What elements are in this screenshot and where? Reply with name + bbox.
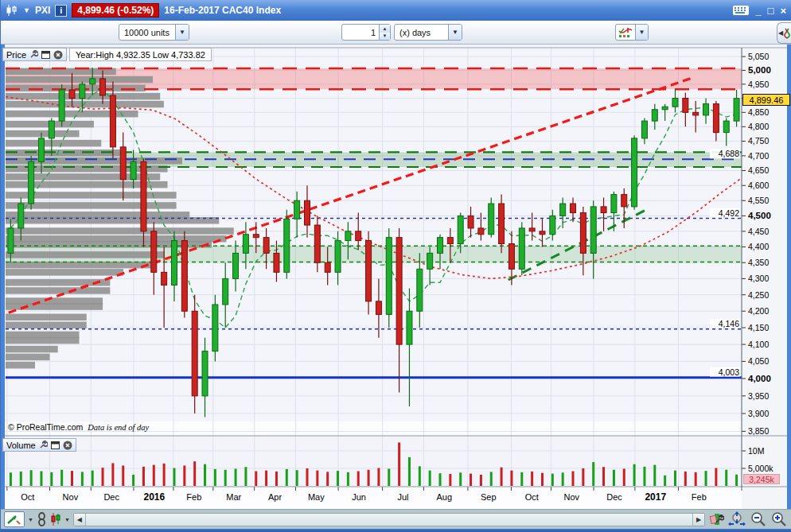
svg-text:2017: 2017 [645,491,666,503]
svg-text:2016: 2016 [143,491,165,503]
svg-text:4,800: 4,800 [748,122,769,131]
svg-text:4,200: 4,200 [748,306,769,316]
svg-text:4,650: 4,650 [748,165,769,175]
svg-text:Oct: Oct [525,492,539,502]
drawing-tools-button[interactable] [4,511,25,527]
svg-text:4,450: 4,450 [748,227,769,236]
svg-text:4,750: 4,750 [748,136,769,146]
svg-text:3,900: 3,900 [748,409,769,418]
svg-text:3,850: 3,850 [748,426,769,436]
symbol-dropdown-caret[interactable]: ▼ [23,6,30,14]
drawing-tools-caret[interactable]: ▼ [28,517,33,522]
window-title: 16-Feb-2017 CAC40 Index [164,5,281,16]
svg-text:4,100: 4,100 [748,340,769,349]
close-pane-icon[interactable] [53,50,63,60]
spinner-up-icon[interactable]: ▲ [380,25,390,33]
bottom-toolbar: ▼ ▼ ◀ ▶ [1,509,791,529]
svg-text:Feb: Feb [186,492,201,502]
year-range-info: Year:High 4,932.35 Low 4,733.82 [69,48,212,61]
level-label: 4,688 [719,149,739,158]
scroll-right-icon[interactable]: ▶ [692,514,704,526]
maximize-button[interactable]: □ [768,5,774,17]
svg-text:Apr: Apr [268,492,282,502]
svg-text:Dec: Dec [103,492,119,502]
svg-text:Sep: Sep [481,492,497,502]
window-icon[interactable] [41,51,50,59]
svg-text:3,950: 3,950 [748,391,769,401]
level-label: 4,003 [719,367,739,377]
chart-area: 4,6884,4924,1464,0033,8503,9003,9504,000… [1,45,791,509]
svg-text:Nov: Nov [564,492,580,502]
close-button[interactable]: × [780,5,786,17]
keyboard-icon[interactable] [733,6,749,15]
zoom-out-icon[interactable] [750,511,767,527]
svg-text:4,000: 4,000 [748,374,771,383]
svg-text:5,000: 5,000 [748,65,771,75]
spinner-down-icon[interactable]: ▼ [380,33,390,41]
price-chart-canvas[interactable]: 4,6884,4924,1464,0033,8503,9003,9504,000… [1,45,791,509]
chart-type-button[interactable]: ▼ [615,24,649,41]
timeframe-dropdown-caret[interactable]: ▼ [448,25,462,40]
svg-text:4,250: 4,250 [748,290,769,300]
interval-spinner[interactable]: 1 ▲▼ [341,24,391,41]
zoom-in-icon[interactable] [770,511,788,527]
scroll-left-icon[interactable]: ◀ [74,514,86,526]
svg-text:Nov: Nov [63,492,79,502]
svg-text:Feb: Feb [692,492,707,502]
svg-text:4,350: 4,350 [748,258,769,267]
svg-text:4,500: 4,500 [748,211,771,220]
sidebar-collapse-handle[interactable]: ◀ [777,22,791,44]
current-volume-badge: 3,245k [743,474,780,484]
wrench-icon[interactable] [29,50,38,59]
units-dropdown[interactable]: 10000 units ▼ [119,24,189,41]
last-price-change-badge: 4,899.46 (-0.52%) [72,3,159,17]
chart-style-caret[interactable]: ▼ [64,517,70,522]
candlestick-logo-icon [6,5,18,16]
zoom-fit-icon[interactable] [727,511,746,527]
svg-text:4,950: 4,950 [748,80,769,89]
copyright-note: © ProRealTime.com Data is end of day [8,422,149,432]
price-pane-label: Price [6,50,26,60]
wrench-icon[interactable] [39,441,48,449]
level-label: 4,492 [719,208,739,218]
chart-style-candles-button[interactable] [50,511,61,527]
horizontal-scrollbar[interactable]: ◀ ▶ [73,513,705,526]
units-dropdown-caret[interactable]: ▼ [175,25,189,40]
volume-pane-header: Volume [2,438,76,452]
mini-quotes-icon [784,28,790,39]
svg-text:5,050: 5,050 [748,52,769,61]
svg-text:4,700: 4,700 [748,151,769,161]
data-note: Data is end of day [88,423,149,432]
svg-text:Jun: Jun [352,492,366,502]
info-icon[interactable]: i [55,5,67,17]
timeframe-dropdown[interactable]: (x) days ▼ [394,24,462,41]
svg-text:Aug: Aug [437,492,453,502]
svg-text:May: May [308,492,325,502]
chart-toolbar: 10000 units ▼ 1 ▲▼ (x) days ▼ ▼ ◀ [1,21,791,45]
price-pane-header: Price [2,48,67,61]
svg-text:4,850: 4,850 [748,107,769,117]
chart-settings-button[interactable] [708,511,724,527]
svg-text:Mar: Mar [226,492,241,502]
chart-type-caret[interactable]: ▼ [635,25,648,40]
scrollbar-thumb[interactable] [86,514,692,526]
link-icon[interactable] [37,511,47,527]
symbol-label: PXI [35,5,50,16]
svg-text:4,400: 4,400 [748,242,769,251]
svg-text:Oct: Oct [21,492,34,502]
window-titlebar: ▼ PXI i 4,899.46 (-0.52%) 16-Feb-2017 CA… [1,0,791,21]
svg-text:10M: 10M [748,446,764,456]
level-label: 4,146 [719,319,739,328]
svg-text:4,050: 4,050 [748,356,769,366]
window-icon[interactable] [51,441,60,449]
svg-text:4,150: 4,150 [748,323,769,332]
minimize-button[interactable]: _ [755,5,761,17]
collapse-left-icon: ◀ [778,29,783,37]
volume-pane-label: Volume [6,441,36,450]
svg-text:4,550: 4,550 [748,196,769,205]
last-price-axis-badge: 4,899.46 [742,94,790,106]
svg-text:Dec: Dec [606,492,622,502]
close-pane-icon[interactable] [63,441,72,450]
chart-type-icon [616,26,635,38]
svg-text:Jul: Jul [397,492,408,502]
